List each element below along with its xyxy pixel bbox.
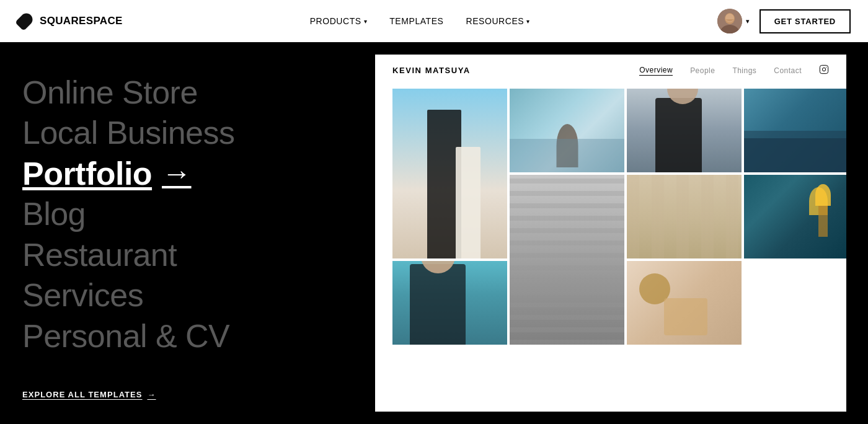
category-personal-cv[interactable]: Personal & CV — [22, 317, 348, 356]
svg-point-6 — [826, 67, 826, 68]
products-chevron-icon: ▾ — [364, 18, 368, 25]
category-list: Online Store Local Business Portfolio → … — [22, 73, 348, 356]
logo-area: SQUARESPACE — [15, 11, 123, 31]
photo-cell-woman — [392, 261, 507, 345]
explore-arrow-icon: → — [148, 390, 156, 399]
template-nav-contact[interactable]: Contact — [774, 66, 802, 75]
template-navbar: KEVIN MATSUYA Overview People Things Con… — [375, 55, 846, 86]
nav-products[interactable]: PRODUCTS ▾ — [310, 16, 368, 26]
portfolio-arrow-icon: → — [162, 156, 191, 192]
nav-resources[interactable]: RESOURCES ▾ — [466, 16, 530, 26]
template-nav-overview[interactable]: Overview — [639, 66, 673, 76]
category-local-business[interactable]: Local Business — [22, 113, 348, 152]
svg-point-5 — [822, 68, 825, 71]
nav-right: ▾ GET STARTED — [717, 9, 851, 33]
template-nav-things[interactable]: Things — [732, 66, 756, 75]
nav-center: PRODUCTS ▾ TEMPLATES RESOURCES ▾ — [310, 16, 530, 26]
category-restaurant[interactable]: Restaurant — [22, 236, 348, 275]
photo-cell-5 — [510, 175, 624, 345]
template-nav: Overview People Things Contact — [639, 64, 829, 76]
category-portfolio[interactable]: Portfolio → — [22, 154, 348, 193]
main-content: Online Store Local Business Portfolio → … — [0, 42, 868, 424]
photo-cell-6 — [627, 175, 742, 258]
category-blog[interactable]: Blog — [22, 195, 348, 234]
category-services[interactable]: Services — [22, 276, 348, 315]
template-nav-people[interactable]: People — [690, 66, 715, 75]
get-started-button[interactable]: GET STARTED — [760, 9, 851, 33]
explore-all-templates-link[interactable]: EXPLORE ALL TEMPLATES → — [22, 390, 348, 399]
avatar-chevron-icon: ▾ — [746, 17, 750, 25]
photo-cell-1 — [510, 89, 624, 172]
photo-cell-3 — [627, 89, 742, 172]
template-instagram-icon[interactable] — [819, 64, 829, 76]
svg-rect-4 — [820, 65, 828, 73]
avatar — [717, 9, 742, 33]
right-panel: KEVIN MATSUYA Overview People Things Con… — [366, 42, 868, 424]
logo-text: SQUARESPACE — [40, 15, 123, 27]
category-online-store[interactable]: Online Store — [22, 73, 348, 112]
photo-cell-2 — [392, 89, 507, 258]
left-panel: Online Store Local Business Portfolio → … — [0, 42, 366, 424]
template-preview: KEVIN MATSUYA Overview People Things Con… — [375, 55, 846, 412]
photo-cell-4 — [744, 89, 846, 172]
navbar: SQUARESPACE PRODUCTS ▾ TEMPLATES RESOURC… — [0, 0, 868, 42]
photo-cell-gold — [627, 261, 742, 345]
nav-templates[interactable]: TEMPLATES — [389, 16, 443, 26]
photo-grid — [375, 86, 846, 347]
user-avatar-button[interactable]: ▾ — [717, 9, 750, 33]
photo-cell-4-lamp — [744, 175, 846, 258]
squarespace-logo-icon — [15, 11, 35, 31]
resources-chevron-icon: ▾ — [526, 18, 530, 25]
template-site-name: KEVIN MATSUYA — [392, 66, 471, 75]
